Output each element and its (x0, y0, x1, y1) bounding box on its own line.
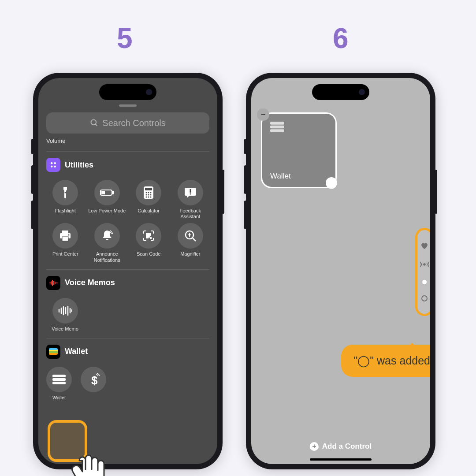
svg-point-18 (146, 197, 147, 198)
svg-rect-45 (52, 382, 66, 384)
wallet-label: Wallet (52, 395, 66, 401)
controls-list[interactable]: Volume Utilities Flashlight Low Power Mo… (46, 138, 209, 460)
dollar-icon: $ (87, 373, 100, 386)
svg-point-12 (146, 192, 147, 193)
svg-point-0 (91, 120, 97, 125)
util-label: Scan Code (137, 251, 160, 257)
phone-button (435, 170, 437, 214)
svg-point-13 (148, 192, 149, 193)
divider (46, 338, 209, 338)
phone-button (31, 139, 33, 154)
magnifier-control[interactable]: Magnifier (171, 223, 210, 263)
add-control-button[interactable]: + Add a Control (310, 442, 372, 451)
flashlight-icon (60, 186, 71, 199)
flashlight-control[interactable]: Flashlight (46, 180, 85, 219)
phone-mockup-left: Search Controls Volume Utilities Flashli… (33, 73, 223, 469)
util-label: Announce Notifications (88, 251, 126, 263)
voice-memos-title: Voice Memos (65, 278, 115, 287)
page-dot-active[interactable] (422, 280, 427, 284)
utilities-grid: Flashlight Low Power Mode Calculator Fee… (46, 180, 209, 263)
calculator-control[interactable]: Calculator (130, 180, 168, 219)
phone-button (222, 170, 224, 214)
svg-point-22 (190, 193, 191, 195)
util-label: Low Power Mode (88, 208, 126, 214)
phone-button (244, 165, 246, 194)
svg-rect-25 (62, 237, 68, 241)
svg-point-6 (65, 192, 66, 193)
calculator-icon (144, 186, 153, 199)
svg-rect-31 (150, 238, 151, 238)
util-label: Magnifier (180, 251, 200, 257)
page-indicator[interactable] (415, 228, 430, 316)
feedback-control[interactable]: Feedback Assistant (171, 180, 210, 219)
screen: Search Controls Volume Utilities Flashli… (38, 78, 217, 464)
divider (46, 151, 209, 152)
antenna-icon[interactable] (420, 260, 429, 268)
utilities-header: Utilities (46, 158, 209, 172)
svg-rect-21 (190, 189, 191, 193)
utilities-title: Utilities (65, 160, 93, 170)
search-input[interactable]: Search Controls (46, 112, 209, 134)
phone-button (31, 165, 33, 194)
search-placeholder: Search Controls (102, 118, 165, 128)
wallet-title: Wallet (65, 347, 88, 356)
svg-rect-50 (270, 129, 284, 132)
grabber-handle[interactable] (119, 104, 137, 107)
svg-point-15 (146, 194, 147, 196)
printer-icon (59, 230, 71, 242)
divider (46, 269, 209, 270)
announce-control[interactable]: Announce Notifications (88, 223, 126, 263)
apple-cash-control[interactable]: $ (81, 367, 106, 401)
svg-point-2 (51, 162, 53, 164)
voice-memos-header: Voice Memos (46, 276, 209, 290)
plus-icon: + (310, 442, 319, 451)
util-label: Feedback Assistant (171, 208, 210, 219)
callout-annotation: "◯" was added (341, 345, 430, 377)
svg-line-33 (193, 238, 196, 241)
resize-handle[interactable] (324, 175, 340, 191)
wallet-control[interactable]: Wallet (46, 367, 72, 401)
search-icon (90, 119, 99, 127)
add-control-label: Add a Control (322, 442, 372, 451)
util-label: Calculator (138, 208, 160, 214)
wallet-app-icon (46, 345, 60, 359)
svg-point-17 (150, 194, 152, 196)
svg-rect-28 (149, 234, 151, 235)
svg-point-14 (150, 192, 152, 193)
svg-text:$: $ (91, 374, 98, 386)
volume-label: Volume (46, 138, 209, 144)
svg-rect-11 (145, 188, 152, 190)
print-control[interactable]: Print Center (46, 223, 85, 263)
svg-rect-29 (146, 236, 148, 238)
svg-rect-8 (112, 191, 114, 194)
svg-point-19 (148, 197, 149, 198)
dynamic-island (312, 84, 369, 100)
scan-control[interactable]: Scan Code (130, 223, 168, 263)
wallet-icon (52, 375, 66, 384)
svg-rect-30 (149, 236, 150, 237)
svg-point-51 (424, 264, 425, 265)
waveform-icon (58, 306, 72, 316)
page-dot-new[interactable] (421, 295, 428, 301)
battery-icon (100, 189, 114, 197)
svg-rect-9 (102, 191, 104, 194)
svg-point-5 (54, 166, 56, 168)
svg-rect-44 (52, 378, 66, 381)
dynamic-island (99, 84, 156, 100)
cursor-hand-icon (66, 445, 115, 476)
util-label: Flashlight (55, 208, 76, 214)
home-indicator[interactable] (310, 458, 372, 461)
heart-icon[interactable] (420, 242, 428, 249)
svg-rect-43 (52, 375, 66, 377)
phone-button (31, 201, 33, 229)
remove-widget-button[interactable]: − (257, 108, 269, 121)
screen: − Wallet "◯" was added + Add a Control (251, 78, 430, 464)
step-label-5: 5 (117, 22, 133, 55)
voice-memo-control[interactable]: Voice Memo (46, 298, 84, 332)
wallet-header: Wallet (46, 345, 209, 359)
svg-rect-48 (270, 122, 284, 124)
low-power-control[interactable]: Low Power Mode (88, 180, 126, 219)
util-label: Print Center (52, 251, 78, 257)
wallet-widget[interactable]: − Wallet (261, 112, 337, 188)
voice-memo-label: Voice Memo (52, 326, 78, 332)
